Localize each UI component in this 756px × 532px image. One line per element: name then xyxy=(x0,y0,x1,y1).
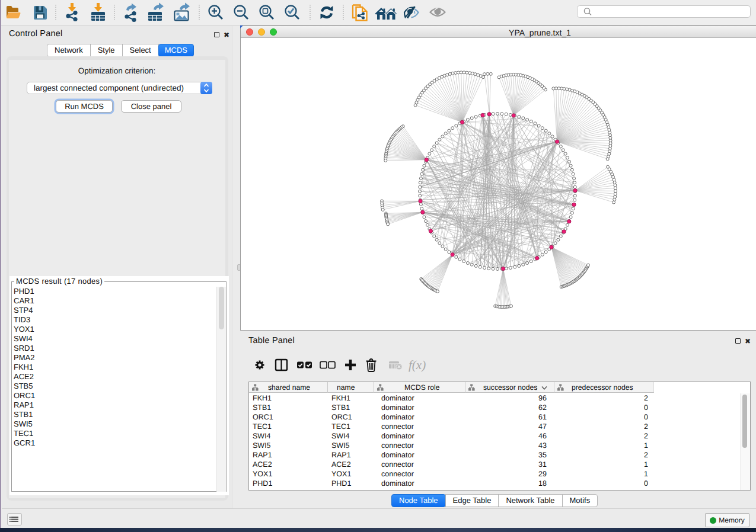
svg-text:name: name xyxy=(337,383,355,392)
svg-text:shared name: shared name xyxy=(268,383,310,392)
svg-text:predecessor nodes: predecessor nodes xyxy=(572,383,633,392)
svg-text:MCDS role: MCDS role xyxy=(404,383,440,392)
svg-text:f(x): f(x) xyxy=(409,358,426,372)
svg-text:successor nodes: successor nodes xyxy=(483,383,537,392)
